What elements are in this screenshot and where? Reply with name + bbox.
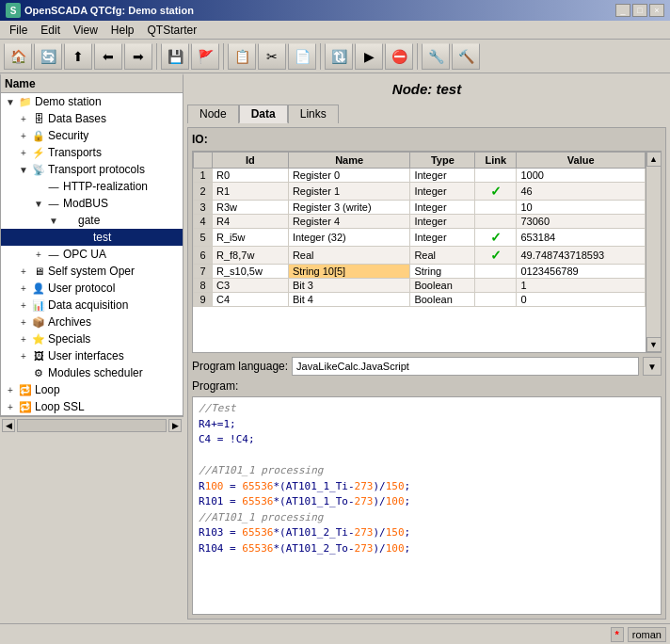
- sidebar-item-loop-ssl[interactable]: + 🔁 Loop SSL: [1, 398, 183, 415]
- cell-link: [475, 293, 517, 307]
- toolbar: 🏠 🔄 ⬆ ⬅ ➡ 💾 🚩 📋 ✂ 📄 🔃 ▶ ⛔ 🔧 🔨: [0, 40, 670, 73]
- table-row[interactable]: 8C3Bit 3Boolean1: [194, 279, 646, 293]
- sidebar-item-data-acquisition[interactable]: + 📊 Data acquisition: [1, 297, 183, 314]
- toggle-modules[interactable]: [16, 365, 31, 380]
- sidebar-item-transport-protocols[interactable]: ▼ 📡 Transport protocols: [1, 161, 183, 178]
- sidebar-item-test[interactable]: test: [1, 229, 183, 246]
- sidebar-item-specials[interactable]: + ⭐ Specials: [1, 330, 183, 347]
- toggle-http[interactable]: [31, 179, 46, 194]
- table-row[interactable]: 9C4Bit 4Boolean0: [194, 293, 646, 307]
- table-row[interactable]: 3R3wRegister 3 (write)Integer10: [194, 201, 646, 215]
- user-proto-icon: 👤: [31, 281, 46, 296]
- io-scrollbar[interactable]: ▲ ▼: [646, 152, 661, 352]
- window-controls[interactable]: _ □ ×: [615, 4, 664, 17]
- tool-back[interactable]: ⬅: [94, 43, 122, 70]
- tool-save[interactable]: 💾: [161, 43, 189, 70]
- table-row[interactable]: 7R_s10,5wString 10[5]String0123456789: [194, 265, 646, 279]
- sidebar-item-databases[interactable]: + 🗄 Data Bases: [1, 110, 183, 127]
- sidebar-item-archives[interactable]: + 📦 Archives: [1, 314, 183, 330]
- tool-stop[interactable]: ⛔: [385, 43, 413, 70]
- scroll-left-button[interactable]: ◀: [2, 419, 15, 432]
- sidebar-item-demo-station[interactable]: ▼ 📁 Demo station: [1, 93, 183, 110]
- toggle-user-protocol[interactable]: +: [16, 281, 31, 296]
- tool-cut[interactable]: ✂: [258, 43, 286, 70]
- title-bar: S OpenSCADA QTCfg: Demo station _ □ ×: [0, 0, 670, 21]
- sidebar-item-self-system[interactable]: + 🖥 Self system Oper: [1, 263, 183, 280]
- menu-help[interactable]: Help: [105, 23, 140, 38]
- maximize-button[interactable]: □: [632, 4, 647, 17]
- tab-links[interactable]: Links: [288, 105, 339, 123]
- tab-content: IO: Id Name Type Link Value: [187, 127, 666, 620]
- sidebar-item-user-interfaces[interactable]: + 🖼 User interfaces: [1, 347, 183, 364]
- menu-file[interactable]: File: [4, 23, 33, 38]
- toggle-loop-ssl[interactable]: +: [3, 399, 18, 414]
- tool-copy[interactable]: 📋: [228, 43, 256, 70]
- scroll-track[interactable]: [17, 419, 167, 432]
- scroll-right-button[interactable]: ▶: [168, 419, 182, 432]
- minimize-button[interactable]: _: [615, 4, 630, 17]
- tool-paste[interactable]: 📄: [288, 43, 316, 70]
- menu-view[interactable]: View: [68, 23, 104, 38]
- toggle-test[interactable]: [61, 230, 76, 245]
- toggle-transports[interactable]: +: [16, 145, 31, 160]
- program-area[interactable]: //TestR4+=1;C4 = !C4; //AT101_1 processi…: [192, 396, 662, 615]
- tab-node[interactable]: Node: [187, 105, 239, 123]
- sidebar-item-modbus[interactable]: ▼ — ModBUS: [1, 195, 183, 212]
- toggle-demo-station[interactable]: ▼: [3, 94, 18, 109]
- sidebar-item-gate[interactable]: ▼ gate: [1, 212, 183, 229]
- cell-type: Integer: [410, 183, 475, 201]
- tool-settings[interactable]: 🔧: [422, 43, 450, 70]
- table-row[interactable]: 5R_i5wInteger (32)Integer✓653184: [194, 229, 646, 247]
- close-button[interactable]: ×: [649, 4, 664, 17]
- tool-reload[interactable]: 🔄: [34, 43, 62, 70]
- toggle-transport-protocols[interactable]: ▼: [16, 162, 31, 177]
- program-language-dropdown[interactable]: ▼: [643, 357, 662, 376]
- sidebar-item-opc-ua[interactable]: + — OPC UA: [1, 246, 183, 263]
- tool-build[interactable]: 🔨: [452, 43, 480, 70]
- tool-flag[interactable]: 🚩: [191, 43, 219, 70]
- cell-id: R_f8,7w: [213, 247, 289, 265]
- toggle-databases[interactable]: +: [16, 111, 31, 126]
- col-id: Id: [213, 153, 289, 169]
- cell-type: Real: [410, 247, 475, 265]
- label-security: Security: [48, 129, 88, 142]
- tool-refresh[interactable]: 🔃: [325, 43, 353, 70]
- table-row[interactable]: 4R4Register 4Integer73060: [194, 215, 646, 229]
- sidebar-item-security[interactable]: + 🔒 Security: [1, 127, 183, 144]
- label-transport-protocols: Transport protocols: [48, 163, 145, 176]
- table-row[interactable]: 6R_f8,7wRealReal✓49.748743718593: [194, 247, 646, 265]
- ui-icon: 🖼: [31, 348, 46, 363]
- toggle-data-acquisition[interactable]: +: [16, 298, 31, 313]
- tab-data[interactable]: Data: [239, 105, 288, 123]
- label-modbus: ModBUS: [63, 197, 108, 210]
- scroll-up-button[interactable]: ▲: [646, 152, 662, 167]
- sidebar-item-modules-scheduler[interactable]: ⚙ Modules scheduler: [1, 364, 183, 381]
- cell-value: 1000: [517, 169, 646, 183]
- toggle-archives[interactable]: +: [16, 314, 31, 330]
- menu-edit[interactable]: Edit: [35, 23, 66, 38]
- table-row[interactable]: 2R1Register 1Integer✓46: [194, 183, 646, 201]
- table-row[interactable]: 1R0Register 0Integer1000: [194, 169, 646, 183]
- scroll-down-button[interactable]: ▼: [646, 337, 662, 352]
- tool-up[interactable]: ⬆: [64, 43, 92, 70]
- toggle-user-interfaces[interactable]: +: [16, 348, 31, 363]
- toggle-modbus[interactable]: ▼: [31, 196, 46, 211]
- sidebar-header: Name: [1, 75, 183, 93]
- sidebar-item-loop[interactable]: + 🔁 Loop: [1, 381, 183, 398]
- cell-value: 10: [517, 201, 646, 215]
- toggle-security[interactable]: +: [16, 128, 31, 143]
- tool-play[interactable]: ▶: [355, 43, 383, 70]
- sidebar-item-http[interactable]: — HTTP-realization: [1, 178, 183, 195]
- toggle-gate[interactable]: ▼: [46, 213, 61, 228]
- toggle-loop[interactable]: +: [3, 382, 18, 397]
- toggle-self-system[interactable]: +: [16, 264, 31, 279]
- sidebar-item-transports[interactable]: + ⚡ Transports: [1, 144, 183, 161]
- toggle-specials[interactable]: +: [16, 331, 31, 346]
- sidebar-item-user-protocol[interactable]: + 👤 User protocol: [1, 280, 183, 297]
- tool-home[interactable]: 🏠: [4, 43, 32, 70]
- menu-qtstarter[interactable]: QTStarter: [142, 23, 203, 38]
- status-encoding[interactable]: roman: [628, 627, 666, 642]
- toggle-opc-ua[interactable]: +: [31, 247, 46, 262]
- sidebar-scrollbar[interactable]: ◀ ▶: [0, 416, 183, 433]
- tool-forward[interactable]: ➡: [124, 43, 152, 70]
